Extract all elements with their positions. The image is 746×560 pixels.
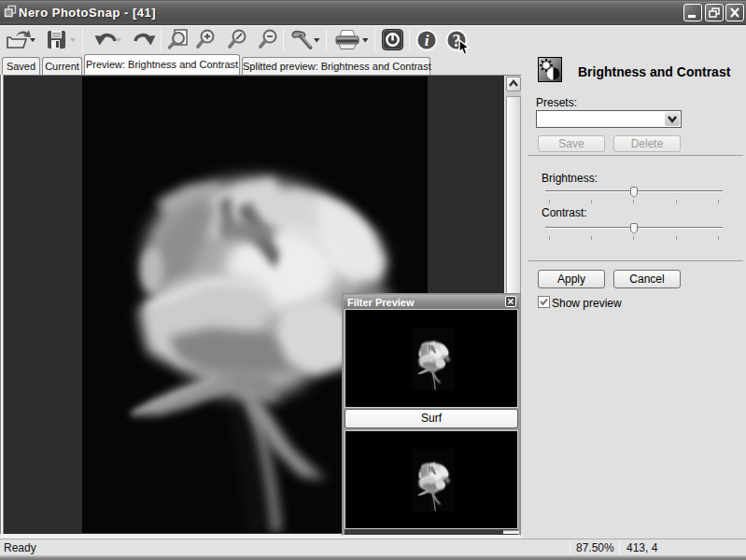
svg-text:i: i [425,32,429,49]
